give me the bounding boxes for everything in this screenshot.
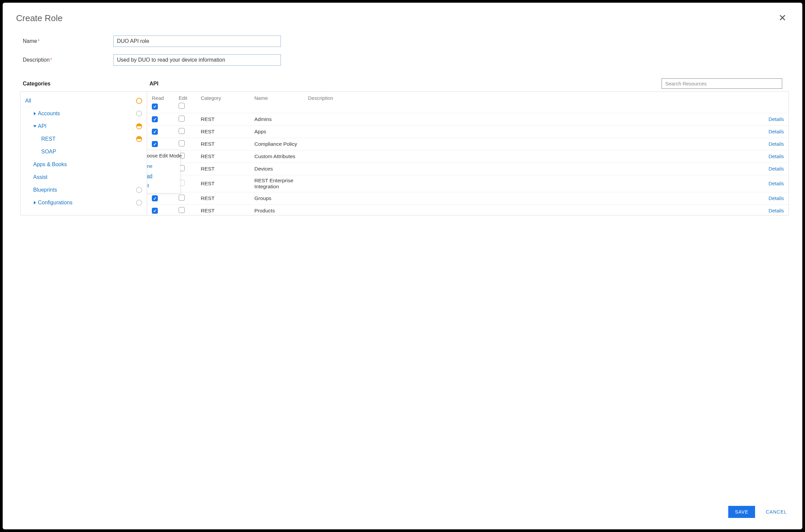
table-row: RESTProductsDetails [147,204,789,215]
table-row: RESTAppsDetails [147,125,789,138]
section-headers: Categories API [3,76,802,92]
status-icon [136,98,142,104]
popover-option-edit[interactable]: Edit [147,180,176,190]
category-label: Blueprints [33,187,57,193]
read-checkbox[interactable] [152,195,158,201]
popover-option-none[interactable]: None [147,161,176,171]
name-row: Name* [23,36,782,47]
modal-header: Create Role ✕ [3,3,802,24]
edit-checkbox[interactable] [179,128,185,134]
col-edit: Edit [179,95,199,101]
chevron-right-icon [33,200,37,206]
category-assist[interactable]: Assist [20,171,147,184]
header-checkbox-row [147,103,789,113]
category-all[interactable]: All [20,94,147,107]
col-name: Name [255,95,308,101]
category-label: Configurations [38,200,72,206]
close-icon[interactable]: ✕ [776,12,789,24]
category-label: SOAP [41,149,56,155]
edit-checkbox[interactable] [179,140,185,146]
table-row: RESTCustom AttributesDetails [147,150,789,163]
row-name: Custom Attributes [255,153,308,159]
table-row: RESTAdminsDetails [147,113,789,125]
form-area: Name* Description* [3,24,802,76]
details-link[interactable]: Details [768,166,784,172]
edit-mode-popover: Choose Edit Mode None Read Edit [147,150,180,193]
description-input[interactable] [113,54,281,66]
table-row: RESTREST Enterprise IntegrationDetails [147,175,789,192]
details-link[interactable]: Details [768,129,784,134]
row-category: REST [201,116,255,122]
category-label: API [38,123,46,129]
categories-heading: Categories [23,81,149,87]
name-label: Name* [23,38,113,44]
col-description: Description [308,95,784,101]
row-name: Compliance Policy [255,141,308,147]
category-rest[interactable]: REST [20,133,147,146]
category-accounts[interactable]: Accounts [20,107,147,120]
read-checkbox[interactable] [152,141,158,147]
read-checkbox[interactable] [152,129,158,135]
modal-title: Create Role [16,13,63,23]
edit-checkbox[interactable] [179,207,185,213]
details-link[interactable]: Details [768,208,784,213]
row-category: REST [201,208,255,214]
cancel-button[interactable]: CANCEL [764,509,789,515]
status-icon [136,123,142,129]
category-label: Accounts [38,111,60,117]
row-name: Apps [255,129,308,135]
status-icon [136,187,142,193]
categories-pane[interactable]: All Accounts API REST [20,92,147,215]
row-category: REST [201,166,255,172]
api-heading: API [149,81,661,87]
row-category: REST [201,129,255,135]
details-link[interactable]: Details [768,153,784,159]
table-header: Read Edit Category Name Description [147,92,789,103]
footer: SAVE CANCEL [3,498,802,529]
chevron-right-icon [33,111,37,117]
grid: All Accounts API REST [20,92,789,215]
row-name: Devices [255,166,308,172]
name-input[interactable] [113,36,281,47]
details-link[interactable]: Details [768,195,784,201]
popover-option-read[interactable]: Read [147,171,176,180]
status-icon [136,111,142,117]
search-input[interactable] [661,78,782,89]
category-label: Assist [33,174,48,180]
status-icon [136,136,142,142]
edit-checkbox[interactable] [179,195,185,201]
category-blueprints[interactable]: Blueprints [20,184,147,196]
read-checkbox[interactable] [152,116,158,122]
row-name: Products [255,208,308,214]
chevron-down-icon [33,123,37,129]
row-category: REST [201,141,255,147]
table-row: RESTGroupsDetails [147,192,789,204]
read-checkbox[interactable] [152,208,158,214]
description-label: Description* [23,57,113,63]
row-category: REST [201,180,255,187]
details-link[interactable]: Details [768,180,784,186]
read-all-checkbox[interactable] [152,103,158,110]
col-read: Read [152,95,179,101]
table-row: RESTCompliance PolicyDetails [147,138,789,150]
category-label: All [25,98,31,104]
edit-checkbox[interactable] [179,116,185,121]
description-row: Description* [23,54,782,66]
status-icon [136,200,142,206]
category-label: Apps & Books [33,162,67,168]
category-label: REST [41,136,56,142]
row-category: REST [201,195,255,201]
details-link[interactable]: Details [768,116,784,122]
details-link[interactable]: Details [768,141,784,147]
save-button[interactable]: SAVE [728,506,755,518]
name-label-text: Name [23,38,37,44]
category-configurations[interactable]: Configurations [20,196,147,209]
category-api[interactable]: API [20,120,147,133]
row-name: Admins [255,116,308,122]
edit-all-checkbox[interactable] [179,103,185,109]
col-category: Category [201,95,255,101]
category-apps-books[interactable]: Apps & Books [20,158,147,171]
create-role-modal: Create Role ✕ Name* Description* Categor… [3,3,802,529]
table-pane[interactable]: Read Edit Category Name Description REST… [147,92,789,215]
category-soap[interactable]: SOAP [20,146,147,158]
